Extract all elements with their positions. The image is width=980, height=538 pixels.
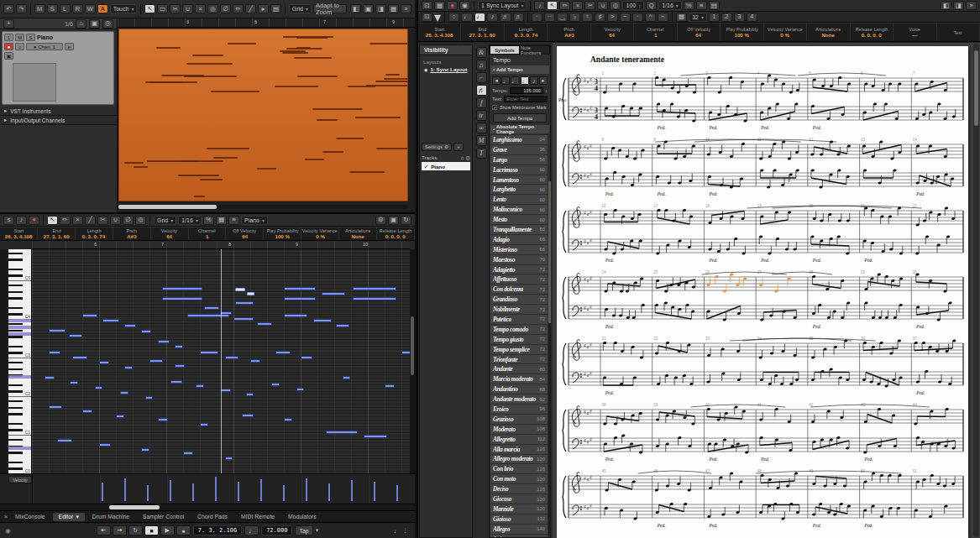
zoom-value-field[interactable]: 100↕ <box>622 1 644 10</box>
half-value-icon[interactable]: ♩ <box>501 76 510 85</box>
info-field-value[interactable]: 1 <box>206 233 208 239</box>
keyboard-display-icon[interactable]: ▦ <box>216 216 227 225</box>
tempo-list-item[interactable]: Allegro140 <box>490 525 548 534</box>
right-zone-icon[interactable]: ◨ <box>375 4 386 13</box>
symbols-tab-note-functions[interactable]: Note Functions <box>520 45 550 55</box>
absolute-tempo-change-header[interactable]: ▪ Absolute Tempo Change <box>490 125 549 133</box>
black-key[interactable] <box>8 452 23 454</box>
pane-icon[interactable]: ▣ <box>89 19 100 29</box>
monitor-button[interactable]: ♪ <box>15 43 24 50</box>
fermata-icon[interactable]: ⌢ <box>658 13 668 22</box>
chevron-down-icon[interactable]: ▾ <box>131 6 134 12</box>
velocity-stem[interactable] <box>102 483 103 501</box>
midi-note[interactable] <box>301 356 312 359</box>
lower-zone-tab-chord-pads[interactable]: Chord Pads <box>191 513 233 520</box>
object-select-tool-icon[interactable]: ↖ <box>144 4 155 13</box>
tie-icon[interactable]: ‿ <box>557 13 568 22</box>
tempo-list-item[interactable]: Affettuoso72 <box>490 274 548 284</box>
expand-icon[interactable]: » <box>401 4 411 13</box>
midi-note[interactable] <box>183 452 193 455</box>
glasses-palette-icon[interactable]: ∞ <box>476 123 487 133</box>
quarter-value-icon[interactable]: ♩ <box>521 76 529 85</box>
dynamics-palette-icon[interactable]: f <box>476 97 487 108</box>
record-enable-button[interactable]: ● <box>4 43 13 50</box>
midi-note[interactable] <box>158 418 168 421</box>
play-button[interactable]: ▶ <box>160 525 175 535</box>
project-hscroll-thumb[interactable] <box>118 205 217 209</box>
info-field-value[interactable]: 27. 3. 1. 60 <box>43 233 69 239</box>
tempo-list-item[interactable]: Allegretto112 <box>490 435 548 444</box>
voice-button-1[interactable]: 1 <box>709 13 720 22</box>
black-key[interactable] <box>8 336 23 338</box>
whole-note-icon[interactable]: ○ <box>448 13 459 22</box>
velocity-stem[interactable] <box>283 485 285 501</box>
lower-zone-icon[interactable]: ▣ <box>363 4 374 13</box>
tempo-list-item[interactable]: Con dolcezza72 <box>490 285 548 294</box>
symbols-panel-scrollbar[interactable] <box>548 181 551 536</box>
select-tool-icon[interactable]: ↖ <box>47 216 58 225</box>
mute-button[interactable]: M <box>15 34 24 41</box>
black-key[interactable] <box>8 313 23 316</box>
voice-button-3[interactable]: 3 <box>734 13 745 22</box>
line-tool-icon[interactable]: ╱ <box>245 4 256 13</box>
black-key[interactable] <box>8 253 23 255</box>
tempo-list-item[interactable]: Largo56 <box>490 155 548 165</box>
midi-note[interactable] <box>49 405 62 409</box>
tempo-list-item[interactable]: Marcia moderato84 <box>490 374 548 384</box>
lower-zone-tab-sampler-control[interactable]: Sampler Control <box>137 513 190 520</box>
quarter-note-icon[interactable]: ♩ <box>474 13 486 22</box>
layout-item-label[interactable]: 1: Sync Layout <box>430 66 467 72</box>
midi-note[interactable] <box>322 292 345 295</box>
tempo-list-item[interactable]: Patetico72 <box>490 315 548 324</box>
next-value-icon[interactable]: ▸ <box>539 76 548 85</box>
key-editor-vscroll-thumb[interactable] <box>411 316 414 374</box>
part-selector[interactable]: Piano▾ <box>241 216 268 225</box>
black-key[interactable] <box>8 407 23 410</box>
record-icon[interactable]: ● <box>447 1 458 10</box>
black-key[interactable] <box>8 368 23 371</box>
automation-mode-selector[interactable]: Touch▾ <box>110 4 138 13</box>
tempo-list-item[interactable]: Allegro moderato120 <box>490 455 548 464</box>
half-note-icon[interactable]: ♩ <box>461 13 473 22</box>
key-editor-ruler[interactable]: 678910 <box>32 241 410 249</box>
tempo-list-item[interactable]: Andante80 <box>490 364 548 373</box>
piano-key-octave[interactable]: C4 <box>8 281 31 320</box>
velocity-lane-label[interactable]: Velocity <box>8 476 32 483</box>
score-system[interactable]: ♯♯♯♯♯♯45464748495051Ped.Ped.Ped.Ped. <box>558 464 967 528</box>
tempo-list-item[interactable]: Alla marcia120 <box>490 445 548 454</box>
midi-note[interactable] <box>343 376 350 379</box>
midi-note[interactable] <box>336 324 349 327</box>
text-palette-icon[interactable]: T <box>476 148 487 159</box>
lower-zone-tab-editor[interactable]: Editor▾ <box>53 513 85 521</box>
project-ruler[interactable]: 3579 <box>118 18 415 28</box>
info-icon[interactable]: ◉ <box>459 1 470 10</box>
grid-type-selector[interactable]: Grid▾ <box>154 216 176 225</box>
midi-note[interactable] <box>175 364 185 368</box>
midi-note[interactable] <box>124 324 136 327</box>
midi-note[interactable] <box>326 431 358 434</box>
eighth-value-icon[interactable]: ♪ <box>530 76 538 85</box>
black-key[interactable] <box>8 413 23 415</box>
add-tempo-button[interactable]: Add Tempo <box>493 113 547 123</box>
prev-value-icon[interactable]: ◂ <box>492 76 500 85</box>
zoom-tool-icon[interactable]: ◎ <box>207 4 218 13</box>
note-grid[interactable] <box>32 249 410 473</box>
state-button-r[interactable]: R <box>72 4 83 13</box>
tempo-list-item[interactable]: Mesto60 <box>490 215 548 224</box>
key-editor-vscrollbar[interactable] <box>410 249 415 473</box>
check-icon[interactable]: ✓ <box>424 164 428 170</box>
draw-tool-icon[interactable]: ✏ <box>60 216 71 225</box>
midi-note[interactable] <box>49 351 60 354</box>
metronome-icon[interactable]: ♩ <box>244 525 259 535</box>
marcato-icon[interactable]: ^ <box>645 13 656 22</box>
tempo-list-item[interactable]: Gioioso132 <box>490 514 548 524</box>
color-tool-icon[interactable]: ▤ <box>270 4 281 13</box>
black-key[interactable] <box>8 269 23 271</box>
info-field-value[interactable]: 0. 3. 0. 74 <box>514 32 537 38</box>
info-field-value[interactable]: A#3 <box>564 32 574 38</box>
zoom-tool-icon[interactable]: ◎ <box>135 216 146 225</box>
tempo-list-item[interactable]: Tempo semplice72 <box>490 345 548 354</box>
layout-item[interactable]: ◉ 1: Sync Layout <box>424 66 472 72</box>
tempo-list-item[interactable]: Marziale120 <box>490 504 548 514</box>
tempo-list-item[interactable]: Agitato144 <box>490 535 548 537</box>
